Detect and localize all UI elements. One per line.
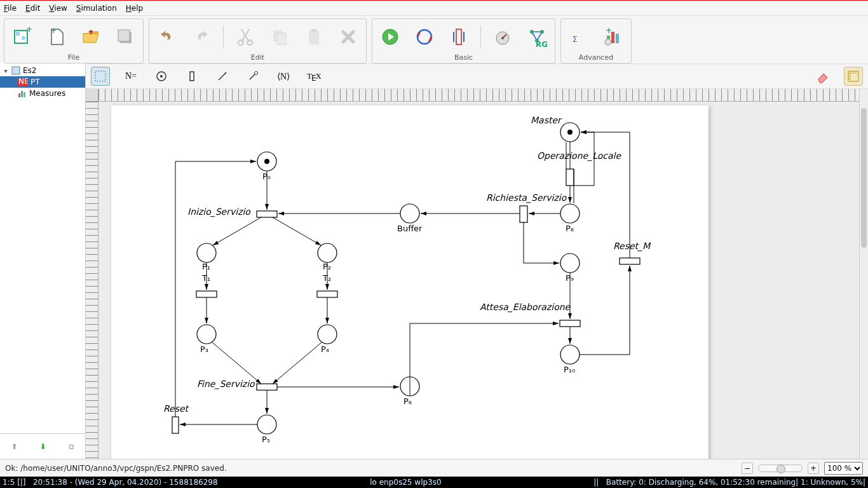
toolbar-group-advanced-label: Advanced: [579, 52, 613, 63]
svg-point-46: [318, 243, 337, 262]
separator-icon: [480, 25, 481, 48]
menu-view[interactable]: View: [49, 4, 67, 13]
canvas-area: P₀ Inizio_Servizio P₁ P₂ T₁ T₂: [86, 89, 868, 459]
save-all-button[interactable]: [111, 23, 139, 51]
measure-button[interactable]: [489, 23, 517, 51]
menu-bar: File Edit View Simulation Help: [0, 1, 868, 16]
svg-rect-60: [172, 417, 179, 433]
svg-text:Buffer: Buffer: [397, 224, 423, 233]
eraser-tool[interactable]: [813, 67, 832, 86]
cut-button[interactable]: [231, 23, 259, 51]
svg-rect-25: [616, 34, 619, 43]
svg-text:Master: Master: [531, 115, 562, 125]
sysbar-left: 1:5 [|] 20:51:38 - (Wed 29 Apr, 04.2020)…: [3, 478, 218, 487]
ruler-horizontal: [98, 89, 868, 102]
sysbar-mid: lo enp0s25 wlp3s0: [218, 478, 594, 487]
name-tool[interactable]: N=: [121, 67, 140, 86]
tree-root-label: Es2: [23, 66, 36, 75]
move-up-button[interactable]: ⬆: [11, 442, 17, 451]
svg-text:P₆: P₆: [403, 396, 412, 406]
svg-rect-10: [277, 33, 286, 44]
tex-tool[interactable]: TEX: [304, 67, 323, 86]
main-toolbar: + + File Edit: [0, 16, 868, 64]
redo-button[interactable]: [187, 23, 215, 51]
sysbar-right: || Battery: 0: Discharging, 64%, 01:52:3…: [593, 478, 865, 487]
token-game-button[interactable]: [410, 23, 438, 51]
svg-text:T₂: T₂: [322, 273, 331, 283]
svg-text:P₁₀: P₁₀: [564, 365, 575, 374]
menu-simulation[interactable]: Simulation: [76, 4, 117, 13]
svg-text:+: +: [606, 27, 612, 35]
svg-point-64: [400, 204, 419, 223]
svg-point-36: [160, 75, 163, 78]
svg-point-2: [22, 36, 25, 40]
canvas[interactable]: P₀ Inizio_Servizio P₁ P₂ T₁ T₂: [98, 102, 859, 459]
toolbar-group-file-label: File: [68, 52, 79, 63]
paste-button[interactable]: [300, 23, 328, 51]
palette-toolbar: N= ⟨N⟩ TEX: [86, 64, 868, 89]
svg-rect-6: [118, 30, 130, 41]
svg-text:P₄: P₄: [321, 344, 329, 354]
svg-text:P₅: P₅: [262, 435, 270, 444]
svg-point-38: [255, 72, 258, 75]
chart-button[interactable]: +: [599, 23, 627, 51]
zoom-out-button[interactable]: −: [742, 463, 753, 474]
tree-item-measures[interactable]: Measures: [0, 88, 85, 99]
svg-text:+: +: [26, 27, 32, 34]
measures-icon: [18, 89, 27, 98]
svg-point-73: [560, 204, 580, 223]
menu-help[interactable]: Help: [126, 4, 143, 13]
inhibitor-arc-tool[interactable]: [243, 67, 262, 86]
arc-tool[interactable]: [213, 67, 232, 86]
tree-buttons: ⬆ ⬇ ⧉: [0, 433, 85, 459]
vertical-scrollbar[interactable]: [859, 89, 868, 459]
project-tree: ▾ Es2 NET PT Measures ⬆ ⬇ ⧉: [0, 64, 86, 459]
zoom-slider[interactable]: [758, 464, 803, 472]
move-down-button[interactable]: ⬇: [39, 442, 46, 451]
svg-point-58: [257, 415, 276, 434]
ruler-vertical: [86, 102, 98, 459]
toolbar-group-advanced: Σ + Advanced: [560, 18, 632, 64]
svg-rect-49: [196, 291, 217, 297]
angle-tool[interactable]: ⟨N⟩: [274, 67, 293, 86]
svg-text:Reset: Reset: [163, 403, 190, 414]
toolbar-group-basic: RG Basic: [372, 18, 555, 64]
reachability-button[interactable]: RG: [523, 23, 551, 51]
toolbar-group-edit: Edit: [149, 18, 367, 64]
place-tool[interactable]: [152, 67, 171, 86]
undo-button[interactable]: [153, 23, 181, 51]
toolbar-group-edit-label: Edit: [251, 52, 264, 63]
sigma-button[interactable]: Σ: [565, 23, 593, 51]
svg-rect-42: [257, 211, 277, 217]
svg-text:Operazione_Locale: Operazione_Locale: [537, 151, 621, 161]
copy-button[interactable]: [266, 23, 294, 51]
new-net-button[interactable]: +: [8, 23, 36, 51]
svg-point-52: [197, 325, 216, 344]
tree-item-label: Measures: [29, 89, 65, 98]
status-bar: Ok: /home/user/UNITO/anno3/vpc/gspn/Es2.…: [0, 459, 868, 477]
expand-icon[interactable]: ▾: [3, 67, 9, 74]
zoom-in-button[interactable]: +: [808, 463, 819, 474]
svg-rect-31: [18, 93, 20, 97]
page[interactable]: P₀ Inizio_Servizio P₁ P₂ T₁ T₂: [111, 105, 709, 459]
new-page-button[interactable]: +: [43, 23, 71, 51]
tree-root[interactable]: ▾ Es2: [0, 65, 85, 76]
delete-button[interactable]: [334, 23, 362, 51]
ruler-corner: [86, 89, 98, 102]
unfold-button[interactable]: [445, 23, 473, 51]
svg-text:Reset_M: Reset_M: [613, 241, 651, 252]
svg-text:T₁: T₁: [201, 273, 210, 283]
svg-rect-11: [309, 30, 319, 44]
duplicate-button[interactable]: ⧉: [69, 442, 74, 451]
menu-edit[interactable]: Edit: [25, 4, 40, 13]
ruler-toggle[interactable]: [844, 67, 863, 86]
svg-rect-33: [24, 92, 25, 97]
menu-file[interactable]: File: [4, 4, 17, 13]
select-tool[interactable]: [91, 67, 110, 86]
svg-text:Richiesta_Servizio: Richiesta_Servizio: [486, 193, 567, 203]
open-button[interactable]: [77, 23, 105, 51]
transition-tool[interactable]: [182, 67, 201, 86]
zoom-select[interactable]: 100 %: [824, 462, 863, 475]
tree-item-pt[interactable]: NET PT: [0, 76, 85, 88]
play-button[interactable]: [376, 23, 404, 51]
